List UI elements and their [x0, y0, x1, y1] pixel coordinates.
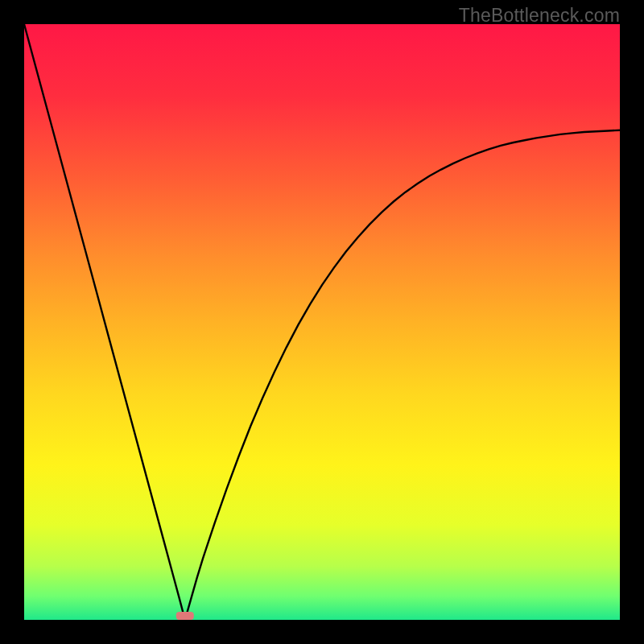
chart-background	[24, 24, 620, 620]
min-marker	[176, 612, 194, 620]
chart-frame	[24, 24, 620, 620]
watermark-text: TheBottleneck.com	[459, 5, 620, 27]
bottleneck-chart	[24, 24, 620, 620]
